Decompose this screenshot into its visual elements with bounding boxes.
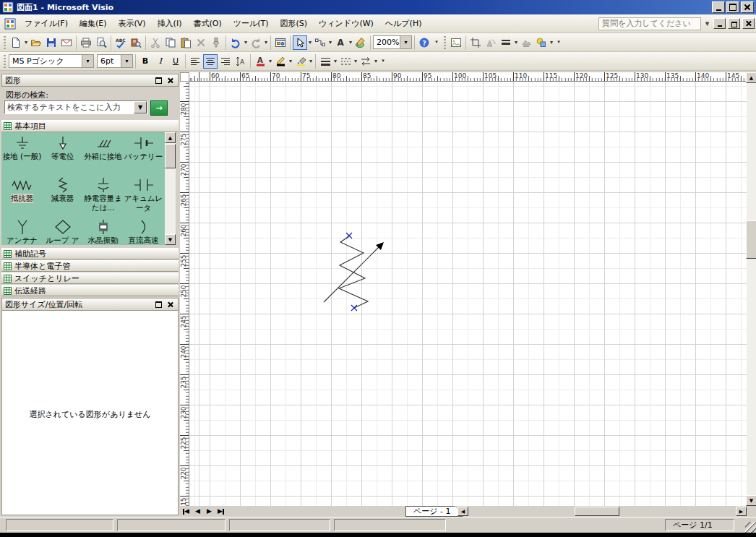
close-button[interactable] bbox=[741, 1, 754, 13]
new-button[interactable] bbox=[9, 35, 23, 50]
redo-button[interactable] bbox=[249, 35, 263, 50]
format-toolbar-drag-handle[interactable] bbox=[4, 55, 6, 68]
menu-insert[interactable]: 挿入(I) bbox=[152, 15, 188, 32]
open-button[interactable] bbox=[29, 35, 43, 50]
size-panel-float-button[interactable] bbox=[154, 300, 163, 309]
font-dropdown-icon[interactable]: ▾ bbox=[82, 55, 93, 67]
vertical-scroll-thumb[interactable] bbox=[746, 220, 756, 259]
line-pattern-dropdown-icon[interactable]: ▾ bbox=[353, 58, 358, 64]
shape-search-input[interactable]: 検索するテキストをここに入力 ▼ bbox=[4, 100, 147, 114]
vertical-alignment-button[interactable]: A bbox=[233, 54, 248, 69]
stencil-scroll-down-button[interactable]: ▼ bbox=[165, 234, 176, 245]
align-right-button[interactable] bbox=[218, 54, 233, 69]
align-left-button[interactable] bbox=[188, 54, 202, 69]
pointer-tool-button[interactable] bbox=[293, 35, 307, 50]
shapes-window-button[interactable] bbox=[273, 35, 288, 50]
stencil-shape-crystal[interactable]: 水晶振動 bbox=[83, 218, 123, 245]
align-center-button[interactable] bbox=[203, 54, 218, 69]
stencil-shape-accumulator[interactable]: アキュムレータ bbox=[124, 176, 163, 218]
stencil-shape-resistor[interactable]: 抵抗器 bbox=[2, 176, 42, 218]
menu-window[interactable]: ウィンドウ(W) bbox=[313, 15, 379, 32]
menu-view[interactable]: 表示(V) bbox=[113, 15, 152, 32]
line-ends-button[interactable] bbox=[358, 54, 373, 69]
font-color-dropdown-icon[interactable]: ▾ bbox=[268, 58, 272, 64]
shapes-panel-float-button[interactable] bbox=[154, 76, 163, 85]
menu-shape[interactable]: 図形(S) bbox=[275, 15, 314, 32]
delete-button[interactable] bbox=[194, 35, 208, 50]
stencil-header-basic-items[interactable]: 基本項目 bbox=[1, 120, 179, 132]
format-painter-button[interactable] bbox=[209, 35, 223, 50]
stencil-shape-equipotential[interactable]: 等電位 bbox=[43, 134, 82, 176]
font-color-button[interactable]: A bbox=[253, 54, 267, 69]
copy-button[interactable] bbox=[163, 35, 178, 50]
stencil-header-switches-relays[interactable]: スイッチとリレー bbox=[1, 272, 179, 284]
line-ends-dropdown-icon[interactable]: ▾ bbox=[374, 58, 378, 64]
cut-button[interactable] bbox=[148, 35, 163, 50]
shapes-panel-close-button[interactable] bbox=[166, 76, 175, 85]
line-weight-button[interactable] bbox=[318, 54, 332, 69]
stencil-shape-dc-converter[interactable]: 直流高速 bbox=[124, 218, 163, 245]
hscroll-right-button[interactable]: ▶ bbox=[736, 507, 747, 516]
line-color-button[interactable] bbox=[273, 54, 288, 69]
drawing-canvas[interactable] bbox=[189, 82, 747, 506]
stencil-shape-capacitor[interactable]: 静電容量または... bbox=[83, 176, 123, 218]
font-size-dropdown-icon[interactable]: ▾ bbox=[121, 55, 132, 67]
size-panel-close-button[interactable] bbox=[166, 300, 175, 309]
stencil-header-semiconductors[interactable]: 半導体と電子管 bbox=[1, 260, 179, 272]
stencil-shape-ground[interactable]: 接地 (一般) bbox=[2, 134, 42, 176]
previous-page-button[interactable]: ◀ bbox=[192, 506, 203, 517]
stencil-scroll-up-button[interactable]: ▲ bbox=[165, 132, 176, 143]
resistor-shape[interactable] bbox=[322, 230, 391, 315]
email-button[interactable] bbox=[59, 35, 74, 50]
bold-button[interactable]: B bbox=[138, 54, 153, 69]
shape-fill-button[interactable] bbox=[534, 35, 549, 50]
toolbar-options-chevron[interactable]: ▾ bbox=[432, 35, 441, 50]
line-color-dropdown-icon[interactable]: ▾ bbox=[288, 58, 293, 64]
text-tool-button[interactable]: A bbox=[333, 35, 348, 50]
line-style-dropdown-icon[interactable]: ▾ bbox=[514, 39, 518, 46]
undo-dropdown-icon[interactable]: ▾ bbox=[244, 39, 248, 46]
next-page-button[interactable]: ▶ bbox=[204, 506, 215, 517]
fill-color-button[interactable] bbox=[293, 54, 308, 69]
maximize-button[interactable] bbox=[726, 1, 739, 13]
picture-toolbar-drag-handle[interactable] bbox=[444, 36, 446, 49]
vertical-scrollbar[interactable]: ▲ ▼ bbox=[747, 72, 756, 506]
last-page-button[interactable]: ▶ bbox=[215, 506, 226, 517]
help-button[interactable]: ? bbox=[417, 35, 431, 50]
page-tab[interactable]: ページ - 1 bbox=[405, 506, 463, 517]
child-close-button[interactable] bbox=[742, 18, 755, 29]
line-style-button[interactable] bbox=[499, 35, 513, 50]
stencil-header-auxiliary-symbols[interactable]: 補助記号 bbox=[1, 248, 179, 259]
menu-tools[interactable]: ツール(T) bbox=[228, 15, 275, 32]
resize-grip[interactable] bbox=[745, 522, 756, 533]
pointer-dropdown-icon[interactable]: ▾ bbox=[308, 39, 312, 46]
minimize-button[interactable] bbox=[712, 1, 725, 13]
rotate-button[interactable] bbox=[484, 35, 498, 50]
crop-button[interactable] bbox=[468, 35, 483, 50]
scroll-up-button[interactable]: ▲ bbox=[746, 72, 756, 83]
line-pattern-button[interactable] bbox=[338, 54, 353, 69]
stencil-shape-chassis-ground[interactable]: 外箱に接地 bbox=[83, 134, 123, 176]
paste-button[interactable] bbox=[179, 35, 193, 50]
research-button[interactable] bbox=[129, 35, 143, 50]
undo-button[interactable] bbox=[228, 35, 243, 50]
stencil-scrollbar[interactable]: ▲ ▼ bbox=[165, 132, 176, 245]
new-dropdown-icon[interactable]: ▾ bbox=[24, 39, 28, 46]
first-page-button[interactable]: ◀ bbox=[181, 506, 192, 517]
menu-format[interactable]: 書式(O) bbox=[187, 15, 227, 32]
compress-pictures-button[interactable] bbox=[519, 35, 533, 50]
drawing-tool-button[interactable] bbox=[353, 35, 368, 50]
zoom-combo[interactable]: 200% ▾ bbox=[373, 35, 412, 49]
print-preview-button[interactable] bbox=[94, 35, 108, 50]
format-toolbar-options-chevron[interactable]: ▾ bbox=[379, 54, 387, 69]
text-tool-dropdown-icon[interactable]: ▾ bbox=[348, 39, 353, 46]
italic-button[interactable]: I bbox=[153, 54, 168, 69]
print-button[interactable] bbox=[79, 35, 93, 50]
picture-toolbar-options-chevron[interactable]: ▾ bbox=[554, 35, 563, 50]
child-minimize-button[interactable] bbox=[713, 18, 726, 29]
stencil-shape-attenuator[interactable]: 減衰器 bbox=[43, 176, 82, 218]
stencil-shape-battery[interactable]: バッテリー bbox=[124, 134, 163, 176]
stencil-header-transmission-paths[interactable]: 伝送経路 bbox=[1, 285, 179, 296]
menu-file[interactable]: ファイル(F) bbox=[19, 15, 74, 32]
child-restore-button[interactable] bbox=[728, 18, 740, 29]
